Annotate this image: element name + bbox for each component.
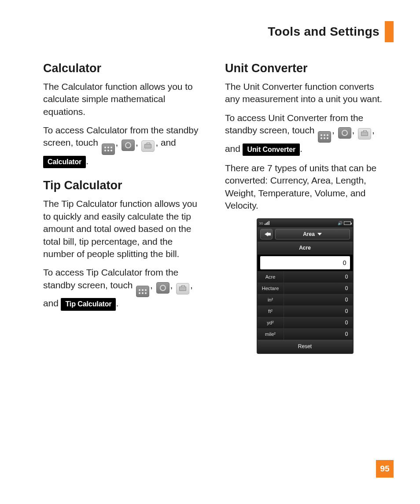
unit-row: Hectare0 [258,283,353,294]
text: . [300,143,302,154]
value-input[interactable]: 0 [260,256,350,269]
unit-converter-desc: The Unit Converter function converts any… [225,81,385,106]
reset-button[interactable]: Reset [258,340,353,353]
text: , [150,280,155,290]
sound-icon: 🔊 [338,221,343,225]
gear-icon [338,127,351,139]
tip-calculator-heading: Tip Calculator [43,179,203,192]
gear-icon [122,140,135,151]
selected-unit-label: Acre [258,242,353,254]
back-arrow-icon [265,232,268,236]
left-column: Calculator The Calculator function allow… [43,62,203,354]
chevron-down-icon [317,233,322,235]
unit-name: Acre [258,272,284,283]
phone-topbar: Area [258,227,353,242]
unit-name: Hectare [258,283,284,294]
calculator-badge: Calculator [43,156,86,169]
tip-calculator-desc: The Tip Calculator function allows you t… [43,198,203,260]
header-accent-bar [385,21,394,42]
text: . [86,156,88,166]
text: , [352,125,357,135]
unit-converter-heading: Unit Converter [225,62,385,75]
unit-rows: Acre0 Hectare0 in²0 ft²0 yd²0 mile²0 [258,271,353,340]
text: , [116,137,121,147]
unit-name: ft² [258,306,284,317]
calculator-access: To access Calculator from the standby sc… [43,124,203,168]
unit-name: in² [258,294,284,305]
page-number: 95 [376,460,394,478]
dropdown-label: Area [303,231,315,237]
text: , [170,280,175,290]
network-label: 3G [259,222,263,225]
text: , [136,137,140,147]
text: , [332,125,337,135]
battery-icon [344,221,351,225]
unit-name: yd² [258,317,284,328]
category-dropdown[interactable]: Area [275,229,350,239]
unit-value: 0 [284,320,353,326]
unit-row: Acre0 [258,271,353,283]
tip-calculator-access: To access Tip Calculator from the standb… [43,266,203,310]
tip-calculator-badge: Tip Calculator [61,298,116,311]
right-column: Unit Converter The Unit Converter functi… [225,62,385,354]
unit-value: 0 [284,308,353,314]
value-input-text: 0 [343,259,346,266]
content-columns: Calculator The Calculator function allow… [43,62,385,354]
text: , and [155,137,176,147]
unit-row: in²0 [258,294,353,305]
text: . [116,298,118,308]
page-header: Tools and Settings [268,21,394,42]
calculator-heading: Calculator [43,62,203,75]
unit-value: 0 [284,331,353,337]
unit-row: ft²0 [258,305,353,317]
back-button[interactable] [260,229,273,239]
unit-name: mile² [258,329,284,340]
unit-value: 0 [284,297,353,303]
unit-value: 0 [284,285,353,291]
unit-row: mile²0 [258,328,353,340]
briefcase-icon [358,128,371,140]
manual-page: Tools and Settings Calculator The Calcul… [0,0,420,504]
apps-grid-icon [102,143,115,155]
gear-icon [156,282,169,294]
unit-row: yd²0 [258,317,353,328]
unit-converter-badge: Unit Converter [243,143,300,156]
unit-converter-access: To access Unit Converter from the standb… [225,112,385,156]
calculator-desc: The Calculator function allows you to ca… [43,81,203,118]
phone-statusbar: 3G 🔊 [258,219,353,227]
reset-label: Reset [298,343,312,349]
briefcase-icon [176,283,189,294]
apps-grid-icon [136,286,149,297]
signal-icon: 3G [259,221,269,225]
status-right: 🔊 [338,221,351,225]
phone-mockup: 3G 🔊 Area Acre 0 [257,218,354,354]
unit-value: 0 [284,274,353,280]
unit-converter-types: There are 7 types of units that can be c… [225,162,385,212]
briefcase-icon [141,140,155,152]
apps-grid-icon [318,131,331,143]
header-title: Tools and Settings [268,25,379,39]
